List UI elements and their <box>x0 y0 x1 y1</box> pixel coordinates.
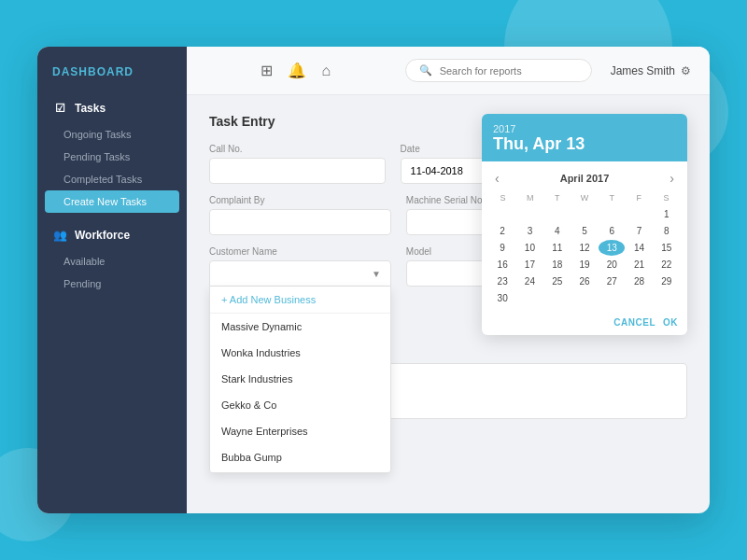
calendar-day <box>516 206 543 222</box>
customer-dropdown: ▼ + Add New Business Massive Dynamic Won… <box>209 260 391 287</box>
calendar-nav: ‹ April 2017 › <box>482 161 687 191</box>
calendar-day[interactable]: 14 <box>626 240 652 256</box>
calendar-day[interactable]: 6 <box>599 223 625 239</box>
calendar-footer: CANCEL OK <box>482 314 687 335</box>
calendar-day[interactable]: 24 <box>516 273 543 289</box>
home-icon[interactable]: ⌂ <box>321 63 331 79</box>
search-input[interactable] <box>440 65 578 77</box>
sidebar-item-pending-workforce[interactable]: Pending <box>37 273 187 295</box>
user-info[interactable]: James Smith ⚙ <box>611 64 691 77</box>
calendar-ok-btn[interactable]: OK <box>663 317 678 328</box>
calendar-day <box>544 206 571 222</box>
sidebar-workforce-header[interactable]: 👥 Workforce <box>37 220 187 250</box>
calendar-day <box>571 290 598 306</box>
calendar-day[interactable]: 16 <box>489 257 515 273</box>
calendar-day[interactable]: 11 <box>544 240 571 256</box>
complaint-by-group: Complaint By <box>209 195 391 235</box>
calendar-day[interactable]: 2 <box>489 223 515 239</box>
calendar-day[interactable]: 28 <box>626 273 652 289</box>
call-no-input[interactable] <box>209 158 386 184</box>
search-bar[interactable]: 🔍 <box>405 59 592 82</box>
customer-item-1[interactable]: Wonka Industries <box>210 340 390 366</box>
calendar-day[interactable]: 15 <box>654 240 680 256</box>
calendar-day[interactable]: 9 <box>489 240 515 256</box>
sidebar-item-pending[interactable]: Pending Tasks <box>37 146 187 168</box>
sidebar-item-completed[interactable]: Completed Tasks <box>37 168 187 190</box>
tasks-label: Tasks <box>75 102 106 115</box>
calendar-day[interactable]: 10 <box>516 240 543 256</box>
workforce-icon: 👥 <box>52 228 67 243</box>
customer-name-group: Customer Name ▼ + Add New Business Massi… <box>209 246 391 287</box>
calendar-day[interactable]: 20 <box>599 257 625 273</box>
customer-list: + Add New Business Massive Dynamic Wonka… <box>209 287 391 473</box>
calendar-prev-btn[interactable]: ‹ <box>491 169 503 188</box>
calendar-day <box>654 290 680 306</box>
call-no-group: Call No. <box>209 144 386 184</box>
calendar-day[interactable]: 5 <box>571 223 598 239</box>
calendar-day[interactable]: 29 <box>654 273 680 289</box>
calendar-day[interactable]: 21 <box>626 257 652 273</box>
customer-item-0[interactable]: Massive Dynamic <box>210 314 390 340</box>
calendar-date-display: Thu, Apr 13 <box>493 134 676 154</box>
calendar-day <box>599 290 625 306</box>
bell-icon[interactable]: 🔔 <box>288 62 306 79</box>
calendar-day <box>626 206 652 222</box>
calendar-day[interactable]: 30 <box>489 290 515 306</box>
calendar-day[interactable]: 1 <box>654 206 680 222</box>
weekday-3: W <box>571 191 598 204</box>
calendar-day[interactable]: 4 <box>544 223 571 239</box>
calendar-day[interactable]: 22 <box>654 257 680 273</box>
complaint-by-input[interactable] <box>209 209 391 235</box>
calendar-day[interactable]: 13 <box>599 240 625 256</box>
calendar-day[interactable]: 18 <box>544 257 571 273</box>
calendar-day[interactable]: 8 <box>654 223 680 239</box>
calendar-day[interactable]: 26 <box>571 273 598 289</box>
call-no-label: Call No. <box>209 144 386 154</box>
calendar-grid: S M T W T F S 12345678910111213141516171… <box>482 191 687 314</box>
calendar-days: 1234567891011121314151617181920212223242… <box>489 206 680 306</box>
customer-item-2[interactable]: Stark Industries <box>210 366 390 392</box>
user-settings-icon[interactable]: ⚙ <box>681 64 691 77</box>
customer-item-3[interactable]: Gekko & Co <box>210 392 390 418</box>
calendar-cancel-btn[interactable]: CANCEL <box>613 317 655 328</box>
calendar-day[interactable]: 25 <box>544 273 571 289</box>
calendar-day[interactable]: 19 <box>571 257 598 273</box>
calendar-year: 2017 <box>493 123 676 134</box>
calendar-popup: 2017 Thu, Apr 13 ‹ April 2017 › S M T W … <box>482 114 687 335</box>
calendar-day <box>544 290 571 306</box>
calendar-next-btn[interactable]: › <box>666 169 678 188</box>
calendar-day[interactable]: 12 <box>571 240 598 256</box>
weekday-1: M <box>516 191 543 204</box>
grid-icon[interactable]: ⊞ <box>261 62 273 79</box>
customer-name-input[interactable] <box>219 268 372 279</box>
calendar-month-year: April 2017 <box>560 173 610 184</box>
calendar-day[interactable]: 3 <box>516 223 543 239</box>
customer-input-row[interactable]: ▼ <box>209 260 391 287</box>
calendar-day <box>599 206 625 222</box>
weekday-5: F <box>626 191 653 204</box>
customer-item-4[interactable]: Wayne Enterprises <box>210 418 390 444</box>
calendar-weekdays: S M T W T F S <box>489 191 680 204</box>
weekday-2: T <box>543 191 571 204</box>
sidebar-item-ongoing[interactable]: Ongoing Tasks <box>37 123 187 146</box>
topbar-icons: ⊞ 🔔 ⌂ <box>205 62 387 79</box>
calendar-day[interactable]: 27 <box>599 273 625 289</box>
weekday-4: T <box>599 191 626 204</box>
calendar-day <box>626 290 652 306</box>
customer-item-5[interactable]: Bubba Gump <box>210 444 390 470</box>
sidebar-item-available[interactable]: Available <box>37 250 187 273</box>
calendar-day[interactable]: 17 <box>516 257 543 273</box>
sidebar-tasks-section: ☑ Tasks Ongoing Tasks Pending Tasks Comp… <box>37 93 187 213</box>
customer-item-6[interactable]: Cyberdyne Systems <box>210 470 390 473</box>
weekday-0: S <box>489 191 516 204</box>
add-new-business-item[interactable]: + Add New Business <box>210 287 390 314</box>
sidebar: DASHBOARD ☑ Tasks Ongoing Tasks Pending … <box>37 47 187 513</box>
calendar-day[interactable]: 23 <box>489 273 515 289</box>
user-name: James Smith <box>611 64 675 77</box>
customer-dropdown-arrow: ▼ <box>372 269 381 279</box>
calendar-day[interactable]: 7 <box>626 223 652 239</box>
sidebar-item-create[interactable]: Create New Tasks <box>45 190 179 213</box>
sidebar-tasks-header[interactable]: ☑ Tasks <box>37 93 187 123</box>
search-icon: 🔍 <box>419 64 432 77</box>
weekday-6: S <box>653 191 680 204</box>
